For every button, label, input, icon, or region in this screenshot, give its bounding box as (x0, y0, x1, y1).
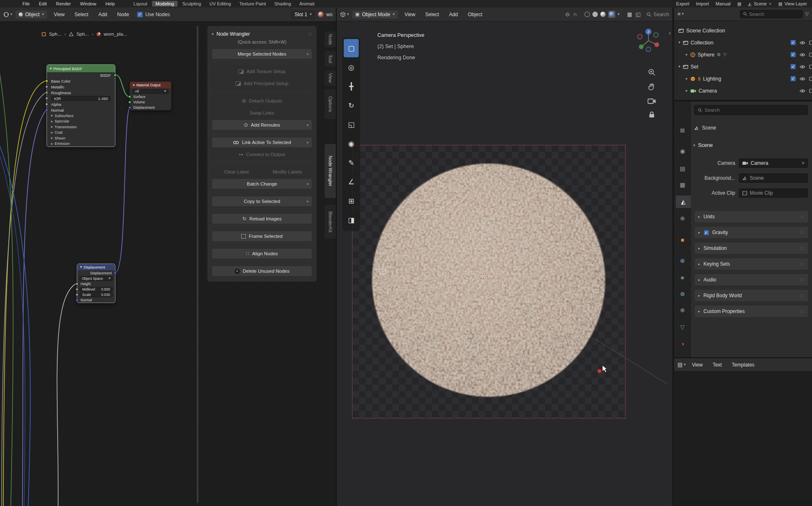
tool-cursor[interactable]: ◎ (344, 58, 359, 76)
menu-file[interactable]: File (18, 1, 34, 6)
background-scene-selector[interactable]: Scene (739, 174, 808, 183)
normal-socket[interactable] (76, 298, 78, 301)
modifier-icon[interactable]: ⊛ (717, 52, 721, 57)
sidebar-tab-options[interactable]: Options (324, 89, 336, 120)
panel-gravity[interactable]: ▸ ✓ Gravity ∷ (694, 226, 809, 239)
panel-simulation[interactable]: ▸ Simulation ∷ (694, 242, 809, 254)
clear-icon[interactable]: × (802, 160, 805, 166)
outliner-row-scene-collection[interactable]: Scene Collection (674, 24, 812, 37)
menu-templates[interactable]: Templates (728, 362, 758, 368)
tool-extra[interactable]: ◨ (344, 211, 359, 229)
material-name-field[interactable]: wo (326, 12, 333, 17)
menu-select[interactable]: Select (71, 12, 92, 17)
scale-socket[interactable] (76, 293, 78, 296)
shading-material-icon[interactable] (600, 12, 606, 17)
panel-custom-properties[interactable]: ▸ Custom Properties ∷ (694, 305, 809, 318)
add-principled-setup-button[interactable]: Add Principled Setup (212, 78, 312, 89)
menu-text[interactable]: Text (709, 362, 726, 368)
tab-modifier-properties[interactable]: ⊛ (675, 254, 690, 267)
pan-hand-icon[interactable] (648, 83, 655, 91)
exclude-checkbox[interactable]: ✓ (790, 64, 796, 69)
node-header[interactable]: ▾ Material Output (130, 82, 171, 88)
expand-icon[interactable]: ▾ (678, 65, 680, 68)
midlevel-slider[interactable]: Midlevel0.500 (79, 287, 113, 292)
viewport-3d[interactable]: ▾ ▣ Object Mode ▾ View Select Add Object… (337, 7, 673, 506)
ior-socket[interactable] (45, 97, 48, 100)
camera-visibility-icon[interactable] (809, 64, 812, 69)
axis-gizmo[interactable]: Z (635, 27, 662, 54)
hide-eye-icon[interactable] (800, 89, 805, 93)
chevron-down-icon[interactable]: ▾ (212, 32, 214, 36)
link-active-to-selected-button[interactable]: Link Active To Selected▾ (212, 137, 312, 148)
normal-socket[interactable] (45, 109, 48, 112)
node-header[interactable]: ▾ Displacement (77, 264, 115, 270)
node-header[interactable]: ▾ Principled BSDF (47, 65, 115, 72)
tab-tool-properties[interactable]: ⊠ (675, 124, 690, 137)
menu-help[interactable]: Help (101, 1, 119, 6)
chevron-down-icon[interactable]: ▾ (618, 12, 620, 16)
exclude-checkbox[interactable]: ✓ (790, 52, 796, 57)
outliner-row-collection[interactable]: ▾ Collection ✓ (674, 37, 812, 49)
editor-type-button[interactable]: ≡ ▾ (677, 11, 684, 17)
properties-search[interactable] (694, 105, 808, 115)
gravity-checkbox[interactable]: ✓ (704, 230, 709, 235)
panel-units[interactable]: ▸ Units ∷ (694, 210, 809, 223)
outliner-row-set[interactable]: ▾ Set ✓ (674, 61, 812, 73)
camera-marker-icon[interactable] (379, 269, 386, 274)
outliner-search[interactable] (740, 10, 803, 18)
scene-selector[interactable]: ◭ Scene × (748, 1, 771, 7)
breadcrumb-mesh[interactable]: Sph... (76, 32, 89, 37)
add-texture-setup-button[interactable]: Add Texture Setup (212, 66, 312, 77)
mesh-data-icon[interactable]: ▽ (723, 52, 726, 57)
panel-audio[interactable]: ▸ Audio ∷ (694, 274, 809, 286)
manual-button[interactable]: Manual (716, 1, 731, 6)
snap-icon[interactable]: ∩ (572, 11, 579, 17)
scrollbar[interactable] (197, 26, 198, 503)
panel-coat[interactable]: ▸Coat (47, 130, 115, 136)
connect-to-output-button[interactable]: ↦Connect to Output (212, 149, 312, 160)
shading-solid-icon[interactable] (592, 12, 598, 17)
panel-keying-sets[interactable]: ▸ Keying Sets ∷ (694, 258, 809, 270)
export-button[interactable]: Export (676, 1, 690, 6)
menu-view[interactable]: View (50, 12, 68, 17)
camera-visibility-icon[interactable] (809, 76, 812, 81)
workspace-tab-animation[interactable]: Animati (296, 1, 318, 7)
camera-visibility-icon[interactable] (809, 88, 812, 93)
height-socket[interactable] (76, 282, 78, 285)
proportional-edit-icon[interactable]: ⊙ (564, 11, 572, 17)
filter-icon[interactable]: ▽ (805, 11, 809, 17)
node-material-output[interactable]: ▾ Material Output All▾ Surface Volume Di… (130, 81, 171, 110)
sidebar-tab-node[interactable]: Node (324, 31, 336, 48)
workspace-tab-uv-editing[interactable]: UV Editing (205, 1, 235, 7)
tool-rotate[interactable]: ↻ (344, 96, 359, 115)
menu-render[interactable]: Render (52, 1, 75, 6)
camera-visibility-icon[interactable] (809, 40, 812, 45)
slot-dropdown[interactable]: Slot 1 ▾ (291, 10, 315, 19)
camera-visibility-icon[interactable] (809, 52, 812, 57)
exclude-checkbox[interactable]: ✓ (790, 76, 796, 81)
hide-eye-icon[interactable] (800, 65, 805, 69)
chevron-down-icon[interactable]: ▾ (133, 83, 135, 87)
menu-window[interactable]: Window (76, 1, 100, 6)
reload-images-button[interactable]: ↻Reload Images (212, 213, 312, 224)
zoom-icon[interactable] (648, 68, 656, 76)
batch-change-button[interactable]: Batch Change▾ (212, 178, 312, 189)
search-input[interactable] (704, 108, 804, 112)
chevron-down-icon[interactable]: ▾ (80, 265, 82, 269)
grip-icon[interactable]: ∷ (308, 32, 312, 37)
workspace-tab-modeling[interactable]: Modeling (152, 1, 178, 7)
surface-socket[interactable] (128, 95, 131, 98)
material-preview-icon[interactable] (318, 12, 324, 17)
menu-node[interactable]: Node (113, 12, 133, 17)
tool-move[interactable]: ╋ (344, 77, 359, 95)
target-dropdown[interactable]: All▾ (132, 89, 169, 94)
expand-icon[interactable]: ▸ (686, 77, 688, 81)
scene-section-header[interactable]: ▾ Scene (693, 142, 713, 148)
node-canvas[interactable]: Sph... › Sph... › worn_pla... ▾ Principl… (0, 7, 336, 506)
tool-transform[interactable]: ◉ (344, 134, 359, 153)
lock-icon[interactable] (648, 111, 655, 118)
tool-scale[interactable]: ◱ (344, 115, 359, 134)
tab-render-properties[interactable]: ◉ (675, 145, 690, 157)
tab-view-layer-properties[interactable]: ▦ (675, 178, 690, 191)
ior-slider[interactable]: IOR1.450 (51, 96, 111, 101)
